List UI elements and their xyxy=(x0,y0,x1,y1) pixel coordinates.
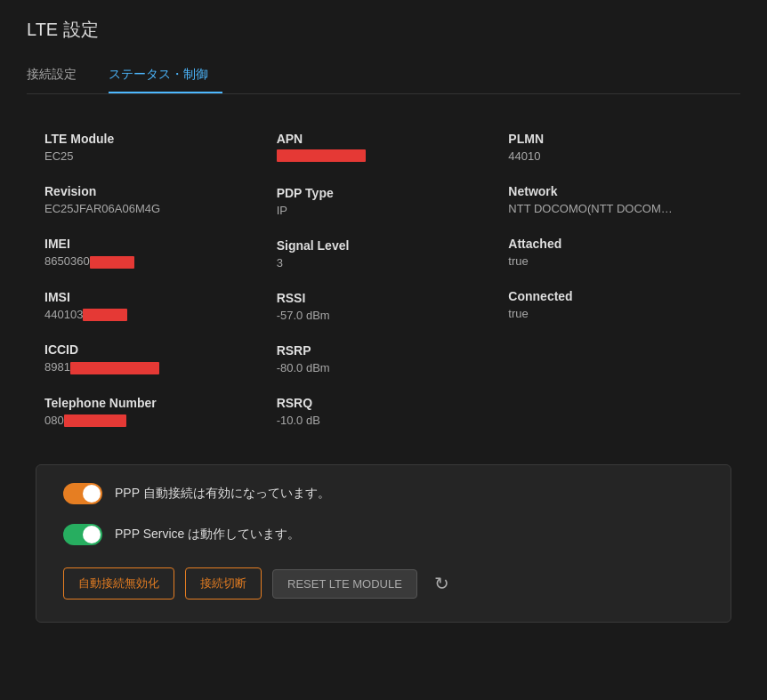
iccid-label: ICCID xyxy=(44,342,259,357)
col2: APN PDP Type IP Signal Level 3 RSSI -57.… xyxy=(268,121,500,438)
disable-auto-button[interactable]: 自動接続無効化 xyxy=(63,567,174,599)
rssi-label: RSSI xyxy=(277,291,491,305)
network-label: Network xyxy=(508,184,723,198)
reset-lte-button[interactable]: RESET LTE MODULE xyxy=(272,569,417,599)
plmn-label: PLMN xyxy=(508,132,723,146)
rsrq-label: RSRQ xyxy=(277,396,491,410)
attached-value: true xyxy=(508,254,723,268)
imsi-label: IMSI xyxy=(44,290,259,304)
iccid-redacted xyxy=(70,362,159,374)
pdp-type-value: IP xyxy=(277,204,491,217)
info-rsrp: RSRP -80.0 dBm xyxy=(268,333,500,385)
info-telephone: Telephone Number 080 xyxy=(36,385,268,439)
col1: LTE Module EC25 Revision EC25JFAR06A06M4… xyxy=(36,121,268,438)
signal-level-value: 3 xyxy=(277,256,491,270)
status-panel: PPP 自動接続は有効になっています。 PPP Service は動作しています… xyxy=(36,464,731,623)
ppp-auto-toggle[interactable] xyxy=(63,483,102,504)
tab-connection[interactable]: 接続設定 xyxy=(27,60,91,93)
apn-redacted xyxy=(277,149,366,162)
ppp-auto-toggle-knob xyxy=(83,485,101,503)
attached-label: Attached xyxy=(508,237,723,251)
telephone-label: Telephone Number xyxy=(44,396,259,410)
ppp-service-label: PPP Service は動作しています。 xyxy=(115,527,300,543)
refresh-icon[interactable]: ↻ xyxy=(428,569,456,598)
info-iccid: ICCID 8981 xyxy=(36,332,268,385)
signal-level-label: Signal Level xyxy=(277,238,491,253)
page-title: LTE 設定 xyxy=(27,18,740,42)
rsrq-value: -10.0 dB xyxy=(277,414,491,427)
info-apn: APN xyxy=(268,121,500,175)
pdp-type-label: PDP Type xyxy=(277,186,491,200)
info-signal-level: Signal Level 3 xyxy=(268,228,500,280)
ppp-auto-label: PPP 自動接続は有効になっています。 xyxy=(115,486,330,502)
imei-label: IMEI xyxy=(44,237,259,251)
imei-value: 8650360 xyxy=(44,254,259,269)
button-row: 自動接続無効化 接続切断 RESET LTE MODULE ↻ xyxy=(63,567,704,599)
rssi-value: -57.0 dBm xyxy=(277,309,491,322)
rsrp-label: RSRP xyxy=(277,343,491,358)
network-value: NTT DOCOMO(NTT DOCOM… xyxy=(508,202,723,215)
apn-label: APN xyxy=(277,132,491,146)
telephone-redacted xyxy=(64,414,126,427)
info-network: Network NTT DOCOMO(NTT DOCOM… xyxy=(499,173,731,226)
telephone-value: 080 xyxy=(44,414,259,428)
tab-bar: 接続設定 ステータス・制御 xyxy=(27,60,740,94)
connected-value: true xyxy=(508,307,723,320)
connected-label: Connected xyxy=(508,289,723,303)
info-rsrq: RSRQ -10.0 dB xyxy=(268,385,500,438)
info-imei: IMEI 8650360 xyxy=(36,226,268,279)
ppp-service-toggle-row: PPP Service は動作しています。 xyxy=(63,524,704,545)
lte-module-label: LTE Module xyxy=(44,132,259,146)
disconnect-button[interactable]: 接続切断 xyxy=(185,567,262,599)
info-connected: Connected true xyxy=(499,278,731,331)
info-pdp-type: PDP Type IP xyxy=(268,175,500,228)
revision-value: EC25JFAR06A06M4G xyxy=(44,202,259,215)
tab-status[interactable]: ステータス・制御 xyxy=(109,60,222,93)
info-rssi: RSSI -57.0 dBm xyxy=(268,280,500,333)
revision-label: Revision xyxy=(44,184,259,198)
info-imsi: IMSI 440103 xyxy=(36,279,268,333)
rsrp-value: -80.0 dBm xyxy=(277,361,491,374)
ppp-auto-toggle-row: PPP 自動接続は有効になっています。 xyxy=(63,483,704,504)
imsi-value: 440103 xyxy=(44,308,259,322)
apn-value xyxy=(277,149,491,165)
ppp-service-toggle[interactable] xyxy=(63,524,102,545)
info-attached: Attached true xyxy=(499,226,731,278)
info-revision: Revision EC25JFAR06A06M4G xyxy=(36,173,268,226)
imei-redacted xyxy=(90,256,134,269)
iccid-value: 8981 xyxy=(44,360,259,374)
info-grid: LTE Module EC25 Revision EC25JFAR06A06M4… xyxy=(27,121,740,438)
info-plmn: PLMN 44010 xyxy=(499,121,731,173)
col3: PLMN 44010 Network NTT DOCOMO(NTT DOCOM…… xyxy=(499,121,731,438)
info-lte-module: LTE Module EC25 xyxy=(36,121,268,173)
ppp-service-toggle-knob xyxy=(83,526,101,543)
lte-module-value: EC25 xyxy=(44,149,259,163)
plmn-value: 44010 xyxy=(508,149,723,163)
imsi-redacted xyxy=(83,309,127,321)
